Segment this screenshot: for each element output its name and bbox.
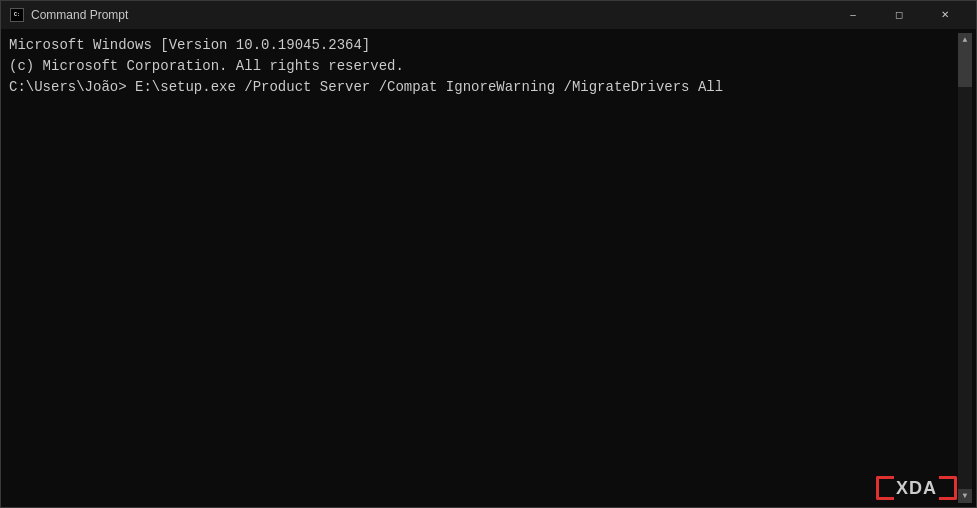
xda-logo-text: XDA [896,478,937,499]
window-controls: – ◻ ✕ [830,1,968,29]
close-button[interactable]: ✕ [922,1,968,29]
console-output: Microsoft Windows [Version 10.0.19045.23… [5,33,958,503]
minimize-button[interactable]: – [830,1,876,29]
title-bar: Command Prompt – ◻ ✕ [1,1,976,29]
title-bar-left: Command Prompt [9,7,128,23]
xda-bracket-left-icon [876,476,894,500]
vertical-scrollbar[interactable]: ▲ ▼ [958,33,972,503]
cmd-window: Command Prompt – ◻ ✕ Microsoft Windows [… [0,0,977,508]
scroll-down-button[interactable]: ▼ [958,489,972,503]
console-line: Microsoft Windows [Version 10.0.19045.23… [9,35,954,56]
xda-bracket-right-icon [939,476,957,500]
maximize-icon: ◻ [895,10,903,20]
minimize-icon: – [850,10,856,20]
scrollbar-thumb[interactable] [958,47,972,87]
scroll-up-button[interactable]: ▲ [958,33,972,47]
scrollbar-track[interactable] [958,47,972,489]
close-icon: ✕ [941,10,949,20]
maximize-button[interactable]: ◻ [876,1,922,29]
window-title: Command Prompt [31,8,128,22]
cmd-app-icon [9,7,25,23]
console-area[interactable]: Microsoft Windows [Version 10.0.19045.23… [1,29,976,507]
console-line: C:\Users\João> E:\setup.exe /Product Ser… [9,77,954,98]
console-line: (c) Microsoft Corporation. All rights re… [9,56,954,77]
xda-watermark: XDA [876,476,957,500]
cmd-icon [10,8,24,22]
